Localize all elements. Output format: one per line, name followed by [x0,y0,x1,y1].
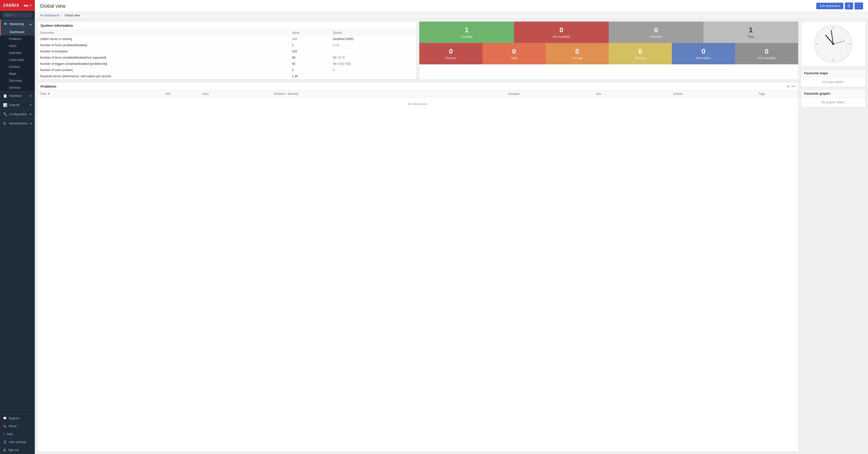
sidebar-sub-services[interactable]: Services [0,84,35,91]
sidebar-sub-hosts[interactable]: Hosts [0,42,35,50]
status-cell-average[interactable]: 0Average [546,43,609,64]
configuration-label: Configuration [9,112,27,116]
col-parameter: Parameter [37,30,289,36]
sidebar-sub-screens[interactable]: Screens [0,63,35,70]
problems-table-header: Time ▼InfoHostProblem • SeverityDuration… [37,91,798,97]
sidebar-section-inventory: 📋 Inventory ▼ [0,91,35,101]
status-cell-total[interactable]: 1Total [704,22,798,43]
user-settings-label: User settings [9,440,26,444]
administration-arrow: ▼ [30,122,32,125]
edit-dashboard-button[interactable]: Edit dashboard [816,3,843,9]
system-info-title: System information [37,22,416,30]
sidebar-item-administration[interactable]: ⚙ Administration ▼ [0,119,35,128]
search-input[interactable] [2,12,32,18]
inventory-arrow: ▼ [29,95,32,97]
sidebar-share[interactable]: 🔖 Share [0,422,35,430]
sidebar-item-inventory[interactable]: 📋 Inventory ▼ [0,91,35,100]
sidebar-search [0,11,35,20]
table-row: Number of users (online)21 [37,67,416,73]
content-area: System information Parameter Value Detai… [35,19,868,454]
table-row: Number of hosts (enabled/disabled)11 / 0 [37,42,416,48]
more-icon[interactable]: ••• [792,85,795,89]
no-data-row: No data found. [37,97,798,111]
details-cell: 90 / 0 / 8 [331,55,416,61]
monitoring-arrow: ▲ [29,23,32,26]
status-cell-disaster[interactable]: 0Disaster [419,43,483,64]
value-cell: 98 [289,55,330,61]
fullscreen-button[interactable]: ⛶ [855,2,863,9]
param-cell: Required server performance, new values … [37,73,289,79]
problems-title: Problems [40,85,56,89]
sidebar-sub-dashboard[interactable]: Dashboard [0,29,35,35]
status-cell-not-classified[interactable]: 0Not classified [735,43,798,64]
list-view-button[interactable]: ☰ [845,2,853,9]
support-icon: 💬 [3,417,7,420]
no-data-cell: No data found. [37,97,798,111]
param-cell: Number of users (online) [37,67,289,73]
monitoring-label: Monitoring [10,22,24,26]
param-cell: Zabbix server is running [37,36,289,42]
status-cell-information[interactable]: 0Information [672,43,735,64]
reports-icon: 📊 [3,103,7,107]
table-row: Number of items (enabled/disabled/not su… [37,55,416,61]
table-row: Number of triggers (enabled/disabled [pr… [37,61,416,67]
table-row: Number of templates218 [37,48,416,55]
svg-point-16 [832,43,834,45]
page-title: Global view [40,3,65,9]
problems-table: Time ▼InfoHostProblem • SeverityDuration… [37,91,798,111]
details-cell: localhost:10051 [331,36,416,42]
right-panel: Favourite maps No maps added. Favourite … [801,21,866,452]
status-cell-warning[interactable]: 0Warning [609,43,672,64]
logo-text: ZABBIX [3,3,20,8]
value-cell: 50 [289,61,330,67]
user-settings-icon: 👤 [3,440,7,444]
sidebar-sub-latest-data[interactable]: Latest data [0,56,35,63]
sidebar-item-configuration[interactable]: 🔧 Configuration ▼ [0,110,35,119]
sidebar-sub-overview[interactable]: Overview [0,50,35,56]
sign-out-icon: ⏻ [3,448,6,452]
sidebar-sub-problems[interactable]: Problems [0,35,35,42]
col-ack: Ack [566,91,631,97]
breadcrumb-all-dashboards[interactable]: All dashboards [40,14,59,17]
col-problem---severity: Problem • Severity [272,91,462,97]
expand-icon[interactable]: ⊡ [29,4,32,7]
details-cell: 1 / 0 [331,42,416,48]
details-cell: 1 [331,67,416,73]
topbar-buttons: Edit dashboard ☰ ⛶ [816,2,863,9]
topbar: Global view Edit dashboard ☰ ⛶ [35,0,868,12]
configuration-arrow: ▼ [29,113,32,116]
share-icon: 🔖 [3,424,7,428]
status-cell-not-available[interactable]: 0Not available [514,22,609,43]
sidebar-item-reports[interactable]: 📊 Reports ▼ [0,101,35,109]
sidebar-sub-discovery[interactable]: Discovery [0,77,35,84]
sidebar-item-monitoring[interactable]: 👁 Monitoring ▲ [0,20,35,29]
system-info-body: Zabbix server is runningYeslocalhost:100… [37,36,416,79]
reports-arrow: ▼ [29,104,32,106]
sidebar-user-settings[interactable]: 👤 User settings [0,438,35,446]
sidebar-help[interactable]: ? Help [0,430,35,438]
sidebar-sign-out[interactable]: ⏻ Sign out [0,446,35,454]
status-cell-available[interactable]: 1Available [419,22,514,43]
system-info-panel: System information Parameter Value Detai… [37,21,416,80]
sidebar-support[interactable]: 💬 Support [0,414,35,422]
help-label: Help [7,432,13,436]
favourite-maps-panel: Favourite maps No maps added. [801,69,866,87]
status-cell-high[interactable]: 0High [483,43,546,64]
sidebar-sub-maps[interactable]: Maps [0,70,35,77]
details-cell [331,48,416,55]
sidebar-section-administration: ⚙ Administration ▼ [0,119,35,128]
param-cell: Number of triggers (enabled/disabled [pr… [37,61,289,67]
top-row: System information Parameter Value Detai… [37,21,798,80]
collapse-icon[interactable]: ◀◀ [23,4,28,7]
status-cell-unknown[interactable]: 0Unknown [609,22,704,43]
table-row: Required server performance, new values … [37,73,416,79]
left-panel: System information Parameter Value Detai… [37,21,798,452]
value-cell: 2 [289,67,330,73]
favourite-maps-title: Favourite maps [801,69,865,77]
inventory-icon: 📋 [3,94,7,98]
value-cell: 1.34 [289,73,330,79]
monitoring-icon: 👁 [4,22,8,26]
gear-icon[interactable]: ⚙ [787,85,790,89]
details-cell: 50 / 0 [0 / 50] [331,61,416,67]
problems-icons: ⚙ ••• [787,85,795,89]
